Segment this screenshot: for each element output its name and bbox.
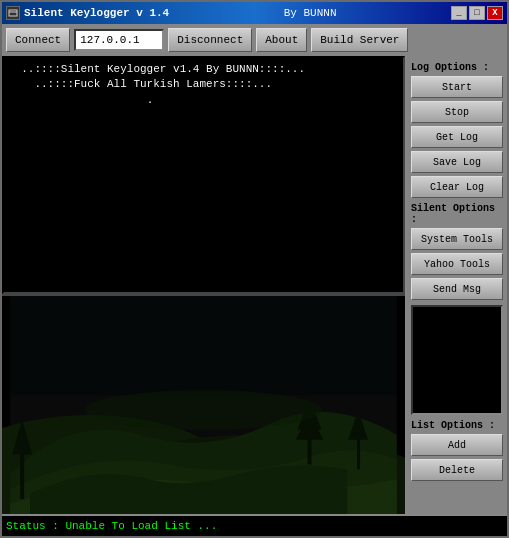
svg-point-13 [85, 390, 323, 430]
disconnect-button[interactable]: Disconnect [168, 28, 252, 52]
get-log-button[interactable]: Get Log [411, 126, 503, 148]
log-options-label: Log Options : [411, 62, 503, 73]
send-msg-button[interactable]: Send Msg [411, 278, 503, 300]
clear-log-button[interactable]: Clear Log [411, 176, 503, 198]
build-server-button[interactable]: Build Server [311, 28, 408, 52]
svg-rect-8 [357, 435, 360, 470]
main-content: ..::::Silent Keylogger v1.4 By BUNNN::::… [2, 56, 507, 514]
app-icon [6, 6, 20, 20]
maximize-button[interactable]: □ [469, 6, 485, 20]
title-by: By BUNNN [284, 7, 337, 19]
system-tools-button[interactable]: System Tools [411, 228, 503, 250]
svg-rect-0 [9, 10, 17, 16]
delete-button[interactable]: Delete [411, 459, 503, 481]
toolbar: Connect Disconnect About Build Server [2, 24, 507, 56]
minimize-button[interactable]: _ [451, 6, 467, 20]
status-text: Status : Unable To Load List ... [6, 520, 217, 532]
list-options-label: List Options : [411, 420, 503, 431]
yahoo-tools-button[interactable]: Yahoo Tools [411, 253, 503, 275]
status-bar: Status : Unable To Load List ... [2, 514, 507, 536]
svg-rect-12 [10, 296, 396, 395]
close-button[interactable]: X [487, 6, 503, 20]
message-list-box[interactable] [411, 305, 503, 415]
app-window: Silent Keylogger v 1.4 By BUNNN _ □ X Co… [0, 0, 509, 538]
save-log-button[interactable]: Save Log [411, 151, 503, 173]
landscape-image [2, 296, 405, 514]
about-button[interactable]: About [256, 28, 307, 52]
add-button[interactable]: Add [411, 434, 503, 456]
log-area[interactable]: ..::::Silent Keylogger v1.4 By BUNNN::::… [2, 56, 405, 294]
title-controls: _ □ X [451, 6, 503, 20]
title-bar: Silent Keylogger v 1.4 By BUNNN _ □ X [2, 2, 507, 24]
ip-input[interactable] [74, 29, 164, 51]
app-title: Silent Keylogger v 1.4 [24, 7, 169, 19]
svg-rect-10 [20, 450, 24, 500]
right-panel: Log Options : Start Stop Get Log Save Lo… [407, 56, 507, 514]
title-left: Silent Keylogger v 1.4 [6, 6, 169, 20]
connect-button[interactable]: Connect [6, 28, 70, 52]
silent-options-label: Silent Options : [411, 203, 503, 225]
left-panel: ..::::Silent Keylogger v1.4 By BUNNN::::… [2, 56, 407, 514]
image-area [2, 294, 405, 514]
start-button[interactable]: Start [411, 76, 503, 98]
stop-button[interactable]: Stop [411, 101, 503, 123]
